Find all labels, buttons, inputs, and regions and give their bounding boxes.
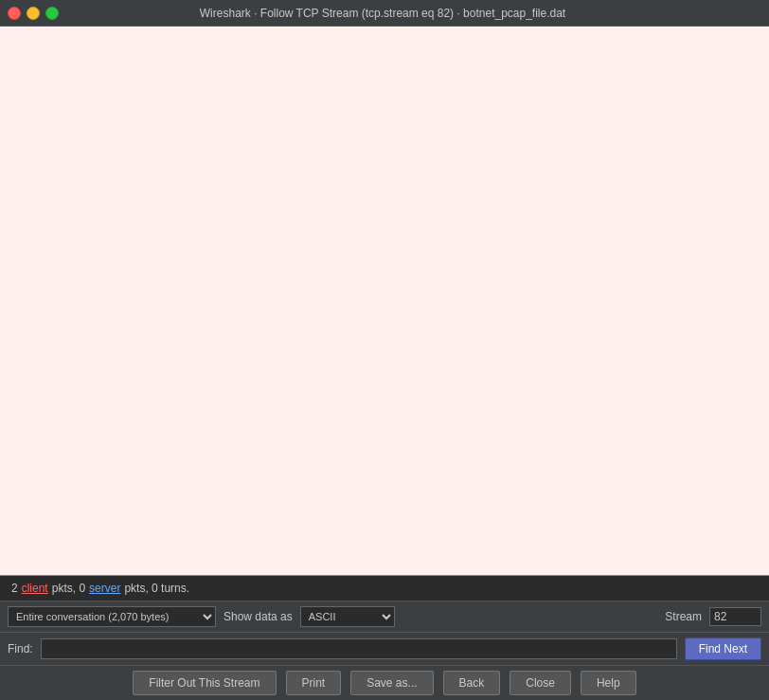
show-data-label: Show data as [224, 610, 293, 623]
conversation-select[interactable]: Entire conversation (2,070 bytes) [8, 606, 216, 627]
window-title: Wireshark · Follow TCP Stream (tcp.strea… [59, 7, 706, 20]
print-button[interactable]: Print [286, 671, 342, 695]
bottom-buttons-row: Filter Out This Stream Print Save as... … [0, 666, 769, 700]
controls-row: Entire conversation (2,070 bytes) Show d… [0, 601, 769, 633]
server-label: server [89, 582, 120, 595]
find-label: Find: [8, 642, 33, 655]
stream-number-input[interactable] [709, 607, 761, 626]
data-format-select[interactable]: ASCIIHex DumpC ArraysRawUTF-8 [300, 606, 395, 627]
save-as-button[interactable]: Save as... [350, 671, 433, 695]
window-controls[interactable] [8, 7, 59, 20]
main-content: 2 client pkts, 0 server pkts, 0 turns. E… [0, 27, 769, 700]
status-bar: 2 client pkts, 0 server pkts, 0 turns. [0, 576, 769, 601]
client-pkt-count: 2 [11, 582, 18, 595]
find-next-button[interactable]: Find Next [685, 637, 761, 660]
close-button[interactable]: Close [510, 671, 571, 695]
filter-out-stream-button[interactable]: Filter Out This Stream [133, 671, 276, 695]
find-input[interactable] [41, 638, 677, 659]
tcp-stream-display[interactable] [0, 27, 769, 576]
client-label: client [22, 582, 48, 595]
stream-label: Stream [665, 610, 702, 623]
status-end: pkts, 0 turns. [124, 582, 189, 595]
help-button[interactable]: Help [581, 671, 636, 695]
maximize-window-btn[interactable] [45, 7, 59, 20]
minimize-window-btn[interactable] [27, 7, 40, 20]
title-bar: Wireshark · Follow TCP Stream (tcp.strea… [0, 0, 769, 27]
status-middle: pkts, 0 [52, 582, 85, 595]
back-button[interactable]: Back [443, 671, 501, 695]
find-row: Find: Find Next [0, 633, 769, 666]
close-window-btn[interactable] [8, 7, 21, 20]
